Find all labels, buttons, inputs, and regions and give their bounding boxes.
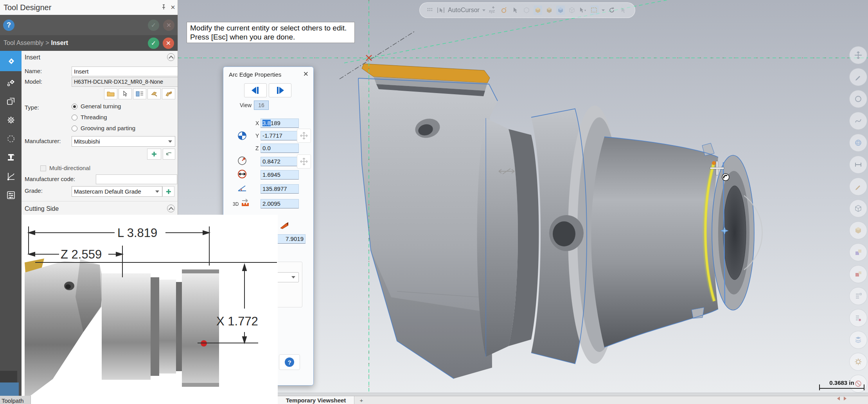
tool-designer-titlebar: Tool Designer ✕ [0,0,178,15]
scroll-left-icon[interactable] [837,397,840,400]
grade-select[interactable]: Mastercam Default Grade [72,186,162,197]
nav-insert-holder-tab[interactable] [0,74,22,92]
flip-direction-icon[interactable] [496,166,517,178]
name-field[interactable]: Insert [72,66,178,76]
help-icon[interactable]: ? [3,20,14,31]
select-mode-icon[interactable] [579,5,588,15]
open-file-button[interactable] [104,88,117,99]
nav-orientation-tab[interactable] [0,167,22,185]
boolean-bodies-button[interactable] [849,265,867,283]
chevron-down-icon[interactable] [482,9,485,11]
window-select-icon[interactable] [590,5,599,15]
angle-icon [237,183,247,193]
select-value: Mastercam Default Grade [74,188,141,195]
levels-button[interactable] [849,331,867,349]
radio-general-turning[interactable]: General turning [72,103,121,110]
close-icon[interactable]: ✕ [168,4,178,11]
insert-section-title: Insert [25,54,40,61]
autocursor-toolbar[interactable]: AutoCursor xyz [419,2,635,18]
grid-icon[interactable] [425,5,434,15]
move-tool-button[interactable] [849,46,867,64]
add-grade-button[interactable] [162,186,174,197]
radio-threading[interactable]: Threading [72,114,107,120]
next-edge-button[interactable] [269,83,291,97]
nav-settings-tab[interactable] [0,111,22,129]
nav-tool-press-tab[interactable] [0,149,22,167]
previous-edge-button[interactable] [244,83,267,97]
length3d-field[interactable]: 2.0095 [261,199,299,208]
chevron-down-icon[interactable] [602,9,605,11]
nav-arrange-tab[interactable] [0,92,22,110]
multidirectional-checkbox[interactable]: Multi-directional [40,165,90,171]
origin-snap-icon[interactable] [500,5,508,15]
cursor-select-icon[interactable] [437,5,445,15]
z-coordinate-field[interactable]: 0.0 [261,144,299,153]
manufacturer-code-field[interactable] [96,174,177,184]
tool-wizard-button[interactable] [162,88,175,99]
edit-tool-button[interactable] [849,68,867,86]
nav-parameters-tab[interactable] [0,186,22,204]
diameter-field[interactable]: 1.6945 [261,170,299,180]
cancel-button[interactable]: ✕ [163,38,174,49]
blue-cube-icon[interactable] [556,5,565,15]
unselected-text: 189 [271,120,280,126]
viewsheet-tab[interactable]: Temporary Viewsheet [278,396,354,404]
sphere-tool-button[interactable] [849,134,867,152]
toolpath-selected-indicator[interactable] [0,382,19,396]
nav-stock-tab[interactable] [0,130,22,148]
wire-cube-icon[interactable] [568,5,576,15]
shaded-cube-icon[interactable] [545,5,554,15]
radius-field[interactable]: 0.8472 [261,157,299,166]
settings-gear-button[interactable] [849,353,867,371]
regenerate-icon[interactable] [607,5,616,15]
revert-button[interactable] [163,149,175,160]
x-coordinate-field[interactable]: 3.8189 [261,119,299,128]
help-button[interactable]: ? [279,354,300,370]
scroll-arrow-buttons[interactable] [837,397,846,400]
add-viewsheet-button[interactable]: + [354,396,368,404]
solid-cube-icon[interactable] [534,5,542,15]
taper-icon [279,220,289,232]
radio-grooving-parting[interactable]: Grooving and parting [72,125,135,131]
section-divider [22,201,178,201]
add-manufacturer-button[interactable] [147,149,161,160]
y-coordinate-field[interactable]: -1.7717 [261,131,299,140]
select-entity-button[interactable] [119,88,132,99]
collapse-insert-icon[interactable] [167,53,175,61]
move-point-button[interactable] [297,129,311,143]
radio-icon [72,126,77,131]
breadcrumb-parent[interactable]: Tool Assembly [4,40,43,47]
compare-bodies-button[interactable] [849,243,867,261]
scale-indicator: 0.3683 in [818,379,865,390]
accept-button[interactable]: ✓ [148,38,159,49]
collapse-cutting-side-icon[interactable] [167,205,175,212]
save-tool-button[interactable] [147,88,161,99]
model-field[interactable]: H63TH-DCLNR-DX12_MR0_8-None [72,77,178,87]
move-arc-button[interactable] [297,154,311,169]
radio-label: Grooving and parting [81,125,135,131]
scroll-right-icon[interactable] [844,397,846,400]
dimension-tool-button[interactable] [849,156,867,174]
manufacturer-select[interactable]: Mitsubishi [72,136,175,147]
properties-list-button[interactable] [849,287,867,305]
pencil-tool-button[interactable] [849,178,867,196]
toolpath-panel-tab[interactable]: Toolpath [0,396,31,404]
solid-cube-button[interactable] [849,221,867,239]
view-number-field[interactable]: 16 [254,101,269,110]
pin-icon[interactable] [159,4,168,11]
spline-tool-button[interactable] [849,112,867,130]
tool-library-button[interactable] [133,88,146,99]
close-icon[interactable]: ✕ [303,70,309,78]
pointer-icon[interactable] [511,5,519,15]
pick-icon[interactable] [619,5,627,15]
dim-length-text: L 3.819 [117,226,157,240]
ghost-cube-icon[interactable] [522,5,531,15]
wireframe-cube-button[interactable] [849,199,867,217]
nav-insert-tab[interactable] [0,51,22,71]
partial-field[interactable]: 7.9019 [273,234,306,244]
angle-field[interactable]: 135.8977 [261,184,299,194]
manufacturer-code-label: Manufacturer code: [25,176,75,182]
attributes-list-button[interactable] [849,309,867,327]
xyz-point-icon[interactable]: xyz [488,5,497,15]
circle-tool-button[interactable] [849,90,867,108]
